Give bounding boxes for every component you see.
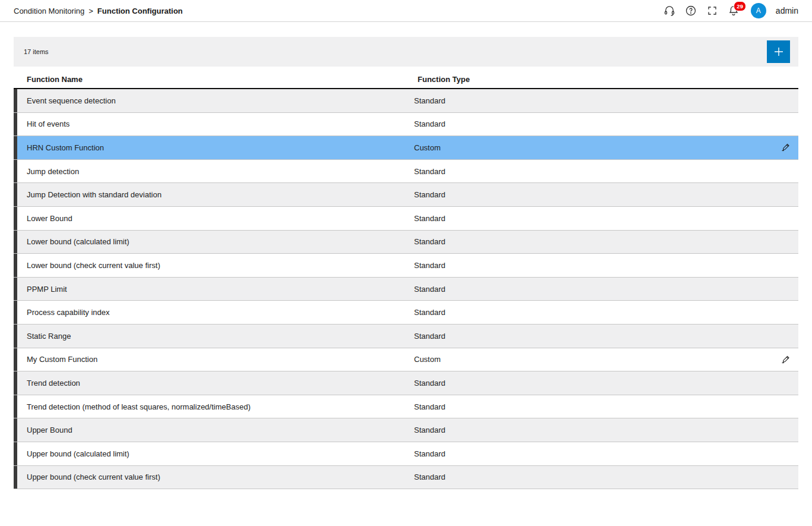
function-name-cell: Jump Detection with standard deviation: [14, 190, 414, 199]
function-name-cell: Trend detection (method of least squares…: [14, 402, 414, 411]
top-bar: Condition Monitoring > Function Configur…: [0, 0, 812, 22]
table-row[interactable]: PPMP Limit Standard: [14, 278, 798, 301]
row-actions: [771, 213, 798, 223]
page-title: Function Configuration: [97, 7, 183, 15]
function-name-cell: My Custom Function: [14, 355, 414, 364]
function-name-cell: Static Range: [14, 332, 414, 341]
table-row[interactable]: Jump detection Standard: [14, 160, 798, 184]
function-name-cell: PPMP Limit: [14, 285, 414, 294]
table-row[interactable]: Event sequence detection Standard: [14, 89, 798, 113]
plus-icon: [773, 46, 785, 58]
table-body: Event sequence detection Standard Hit of…: [14, 89, 798, 489]
table-header: Function Name Function Type: [14, 71, 798, 89]
fullscreen-icon[interactable]: [706, 4, 719, 17]
function-type-cell: Standard: [414, 379, 771, 388]
function-type-cell: Standard: [414, 119, 771, 128]
function-type-cell: Standard: [414, 190, 771, 199]
table-row[interactable]: Lower bound (calculated limit) Standard: [14, 231, 798, 254]
function-name-cell: HRN Custom Function: [14, 143, 414, 152]
breadcrumb-separator: >: [89, 7, 93, 15]
table-row[interactable]: Hit of events Standard: [14, 113, 798, 137]
username[interactable]: admin: [776, 6, 798, 15]
bell-icon[interactable]: 29: [727, 4, 740, 17]
row-actions: [771, 143, 798, 152]
function-type-cell: Standard: [414, 261, 771, 270]
table-row[interactable]: Jump Detection with standard deviation S…: [14, 183, 798, 207]
function-name-cell: Lower Bound: [14, 214, 414, 223]
function-type-cell: Standard: [414, 96, 771, 105]
table-row[interactable]: Lower Bound Standard: [14, 207, 798, 231]
function-type-cell: Standard: [414, 285, 771, 294]
function-name-cell: Lower bound (check current value first): [14, 261, 414, 270]
function-name-cell: Process capability index: [14, 308, 414, 317]
row-actions: [771, 378, 798, 388]
function-type-cell: Standard: [414, 167, 771, 176]
table-row[interactable]: My Custom Function Custom: [14, 348, 798, 372]
table-row[interactable]: Trend detection (method of least squares…: [14, 395, 798, 419]
function-name-cell: Upper Bound: [14, 426, 414, 434]
row-actions: [771, 308, 798, 317]
row-actions: [771, 473, 798, 482]
add-function-button[interactable]: [767, 40, 790, 63]
edit-pencil-icon[interactable]: [781, 355, 791, 364]
column-header-function-type: Function Type: [418, 75, 798, 84]
breadcrumb-parent[interactable]: Condition Monitoring: [14, 7, 84, 15]
function-name-cell: Upper bound (calculated limit): [14, 449, 414, 458]
table-row[interactable]: Upper bound (check current value first) …: [14, 466, 798, 490]
row-actions: [771, 355, 798, 364]
row-actions: [771, 449, 798, 458]
function-type-cell: Standard: [414, 426, 771, 434]
row-actions: [771, 260, 798, 270]
function-type-cell: Standard: [414, 402, 771, 411]
topbar-actions: 29 A admin: [663, 3, 798, 18]
function-type-cell: Standard: [414, 214, 771, 223]
table-row[interactable]: Upper bound (calculated limit) Standard: [14, 442, 798, 466]
function-name-cell: Hit of events: [14, 119, 414, 128]
breadcrumb: Condition Monitoring > Function Configur…: [14, 7, 183, 15]
row-actions: [771, 190, 798, 200]
function-type-cell: Custom: [414, 355, 771, 364]
row-actions: [771, 284, 798, 294]
row-actions: [771, 331, 798, 341]
row-actions: [771, 402, 798, 411]
help-icon[interactable]: [684, 4, 697, 17]
column-header-function-name: Function Name: [14, 75, 418, 84]
row-actions: [771, 426, 798, 435]
headset-icon[interactable]: [663, 4, 676, 17]
function-name-cell: Upper bound (check current value first): [14, 473, 414, 481]
table-row[interactable]: Upper Bound Standard: [14, 418, 798, 442]
function-type-cell: Standard: [414, 308, 771, 317]
row-actions: [771, 119, 798, 129]
list-toolbar: 17 items: [14, 37, 798, 67]
items-count: 17 items: [24, 48, 49, 55]
notification-badge: 29: [734, 1, 747, 11]
table-row[interactable]: Static Range Standard: [14, 325, 798, 348]
function-type-cell: Custom: [414, 143, 771, 152]
table-row[interactable]: Trend detection Standard: [14, 371, 798, 395]
function-type-cell: Standard: [414, 449, 771, 458]
edit-pencil-icon[interactable]: [781, 143, 791, 152]
function-type-cell: Standard: [414, 473, 771, 481]
function-name-cell: Event sequence detection: [14, 96, 414, 105]
function-table: Function Name Function Type Event sequen…: [14, 71, 798, 489]
table-row[interactable]: Process capability index Standard: [14, 301, 798, 325]
row-actions: [771, 166, 798, 176]
function-type-cell: Standard: [414, 332, 771, 341]
avatar[interactable]: A: [751, 3, 766, 18]
row-actions: [771, 96, 798, 105]
function-type-cell: Standard: [414, 237, 771, 246]
table-row[interactable]: HRN Custom Function Custom: [14, 136, 798, 160]
function-name-cell: Trend detection: [14, 379, 414, 388]
table-row[interactable]: Lower bound (check current value first) …: [14, 254, 798, 278]
row-actions: [771, 237, 798, 247]
function-name-cell: Lower bound (calculated limit): [14, 237, 414, 246]
function-name-cell: Jump detection: [14, 167, 414, 176]
